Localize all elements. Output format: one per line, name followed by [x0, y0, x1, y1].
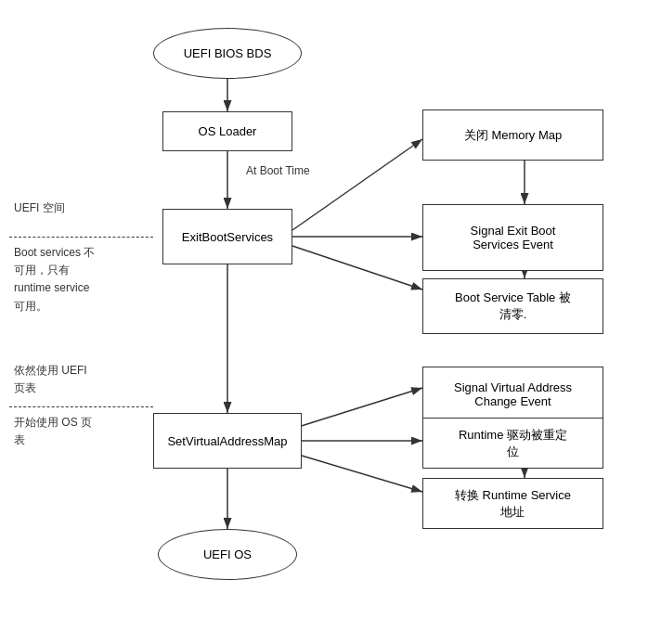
set-virtual-node: SetVirtualAddressMap	[153, 413, 302, 469]
dashed-divider-1	[9, 237, 153, 238]
exit-boot-node: ExitBootServices	[162, 209, 292, 264]
memory-map-node: 关闭 Memory Map	[422, 109, 603, 161]
start-os-label: 开始使用 OS 页 表	[14, 414, 92, 449]
runtime-driver-label: Runtime 驱动被重定 位	[459, 427, 567, 460]
svg-line-7	[292, 246, 422, 290]
os-loader-node: OS Loader	[162, 111, 292, 151]
svg-line-12	[292, 453, 422, 492]
convert-runtime-label: 转换 Runtime Service 地址	[455, 487, 571, 521]
boot-service-table-node: Boot Service Table 被 清零.	[422, 278, 603, 334]
dashed-divider-2	[9, 406, 153, 407]
boot-services-note: Boot services 不 可用，只有 runtime service 可用…	[14, 244, 95, 316]
os-loader-label: OS Loader	[199, 124, 257, 138]
svg-line-5	[292, 139, 422, 230]
signal-virtual-label: Signal Virtual Address Change Event	[454, 380, 572, 408]
runtime-driver-node: Runtime 驱动被重定 位	[422, 418, 603, 469]
exit-boot-label: ExitBootServices	[182, 230, 273, 244]
boot-service-table-label: Boot Service Table 被 清零.	[455, 290, 571, 323]
svg-line-10	[292, 388, 422, 429]
still-uefi-label: 依然使用 UEFI 页表	[14, 362, 87, 397]
signal-exit-node: Signal Exit Boot Services Event	[422, 204, 603, 271]
uefi-os-node: UEFI OS	[158, 529, 297, 580]
uefi-os-label: UEFI OS	[203, 547, 252, 561]
signal-virtual-node: Signal Virtual Address Change Event	[422, 367, 603, 422]
uefi-bios-label: UEFI BIOS BDS	[184, 46, 272, 60]
signal-exit-label: Signal Exit Boot Services Event	[471, 224, 556, 251]
uefi-bios-node: UEFI BIOS BDS	[153, 28, 302, 79]
memory-map-label: 关闭 Memory Map	[464, 127, 562, 144]
set-virtual-label: SetVirtualAddressMap	[167, 434, 287, 448]
convert-runtime-node: 转换 Runtime Service 地址	[422, 478, 603, 529]
uefi-space-label: UEFI 空间	[14, 200, 65, 216]
at-boot-time-label: At Boot Time	[246, 162, 310, 179]
